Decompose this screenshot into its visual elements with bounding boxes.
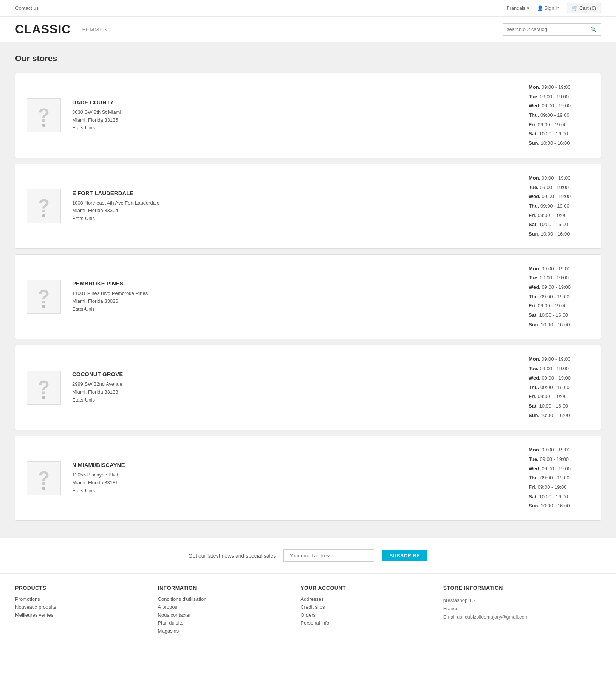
- store-info: COCONUT GROVE 2999 SW 32nd AvenueMiami, …: [72, 371, 517, 404]
- footer-link[interactable]: Magasins: [158, 628, 289, 634]
- store-hours-row: Mon. 09:00 - 19:00: [529, 445, 589, 455]
- header: CLASSIC FEMMES 🔍: [0, 17, 616, 42]
- language-selector[interactable]: Français ▾: [506, 5, 529, 11]
- time-value: 09:00 - 19:00: [542, 284, 571, 290]
- day-label: Thu.: [529, 112, 539, 118]
- footer-information-col: INFORMATION Conditions d'utilisationA pr…: [158, 585, 289, 636]
- footer-link[interactable]: A propos: [158, 604, 289, 610]
- store-hours-row: Tue. 09:00 - 19:00: [529, 273, 589, 283]
- store-address: 2999 SW 32nd AvenueMiami, Florida 33133É…: [72, 380, 517, 404]
- newsletter-text: Get our latest news and special sales: [189, 553, 276, 559]
- newsletter-email-input[interactable]: [283, 549, 374, 562]
- footer-link[interactable]: Credit slips: [300, 604, 432, 610]
- store-info: N MIAMI/BISCAYNE 12055 Biscayne BlvdMiam…: [72, 462, 517, 495]
- footer-store-info: prestashop 1.7FranceEmail us: cubizolles…: [443, 596, 601, 621]
- day-label: Mon.: [529, 447, 540, 453]
- time-value: 09:00 - 19:00: [538, 394, 567, 399]
- day-label: Thu.: [529, 475, 539, 481]
- store-hours-row: Fri. 09:00 - 19:00: [529, 483, 589, 492]
- day-label: Fri.: [529, 484, 536, 490]
- newsletter-section: Get our latest news and special sales SU…: [0, 538, 616, 573]
- footer-products-links: PromotionsNouveaux produitsMeilleures ve…: [15, 596, 147, 618]
- store-info: PEMBROKE PINES 11001 Pines Blvd Pembroke…: [72, 280, 517, 313]
- search-button[interactable]: 🔍: [587, 24, 601, 35]
- time-value: 09:00 - 19:00: [538, 212, 567, 218]
- store-address: 11001 Pines Blvd Pembroke PinesMiami, Fl…: [72, 290, 517, 313]
- search-icon: 🔍: [590, 26, 597, 33]
- store-hours-row: Fri. 09:00 - 19:00: [529, 120, 589, 130]
- store-hours-row: Thu. 09:00 - 19:00: [529, 473, 589, 483]
- footer-grid: PRODUCTS PromotionsNouveaux produitsMeil…: [15, 585, 601, 636]
- signin-link[interactable]: 👤 Sign in: [537, 5, 559, 11]
- store-hours-row: Mon. 09:00 - 19:00: [529, 355, 589, 364]
- footer-link[interactable]: Addresses: [300, 596, 432, 602]
- store-name: COCONUT GROVE: [72, 371, 517, 377]
- store-hours-row: Sat. 10:00 - 16:00: [529, 492, 589, 502]
- store-hours-row: Sat. 10:00 - 16:00: [529, 129, 589, 139]
- newsletter-subscribe-button[interactable]: SUBSCRIBE: [382, 550, 427, 561]
- store-hours: Mon. 09:00 - 19:00Tue. 09:00 - 19:00Wed.…: [529, 264, 589, 330]
- time-value: 09:00 - 19:00: [542, 84, 571, 90]
- time-value: 09:00 - 19:00: [538, 303, 567, 309]
- footer-account-col: YOUR ACCOUNT AddressesCredit slipsOrders…: [300, 585, 432, 636]
- store-image-placeholder: ?: [27, 189, 61, 223]
- time-value: 09:00 - 19:00: [542, 103, 571, 109]
- footer-link[interactable]: Promotions: [15, 596, 147, 602]
- time-value: 09:00 - 19:00: [538, 484, 567, 490]
- store-card: ? COCONUT GROVE 2999 SW 32nd AvenueMiami…: [15, 345, 601, 430]
- day-label: Sun.: [529, 140, 539, 146]
- store-hours-row: Thu. 09:00 - 19:00: [529, 383, 589, 392]
- time-value: 10:00 - 16:00: [541, 231, 570, 237]
- store-name: E FORT LAUDERDALE: [72, 190, 517, 196]
- store-hours-row: Sat. 10:00 - 16:00: [529, 402, 589, 411]
- footer-link[interactable]: Personal info: [300, 620, 432, 626]
- time-value: 10:00 - 16:00: [539, 131, 568, 136]
- footer-link[interactable]: Orders: [300, 612, 432, 618]
- footer-link[interactable]: Meilleures ventes: [15, 612, 147, 618]
- day-label: Tue.: [529, 275, 539, 281]
- store-hours-row: Tue. 09:00 - 19:00: [529, 364, 589, 374]
- search-input[interactable]: [503, 24, 587, 35]
- day-label: Tue.: [529, 185, 539, 190]
- store-info: DADE COUNTY 3030 SW 8th St MiamiMiami, F…: [72, 99, 517, 132]
- store-hours-row: Mon. 09:00 - 19:00: [529, 174, 589, 183]
- store-hours: Mon. 09:00 - 19:00Tue. 09:00 - 19:00Wed.…: [529, 83, 589, 148]
- top-bar-right: Français ▾ 👤 Sign in 🛒 Cart (0): [506, 3, 601, 13]
- footer-link[interactable]: Plan du site: [158, 620, 289, 626]
- nav-femmes[interactable]: FEMMES: [82, 26, 107, 33]
- time-value: 09:00 - 19:00: [540, 275, 569, 281]
- day-label: Fri.: [529, 394, 536, 399]
- footer-link[interactable]: Nous contacter: [158, 612, 289, 618]
- person-icon: 👤: [537, 5, 545, 11]
- logo[interactable]: CLASSIC: [15, 22, 71, 36]
- footer-link[interactable]: Conditions d'utilisation: [158, 596, 289, 602]
- cart-icon: 🛒: [572, 5, 579, 11]
- store-hours-row: Thu. 09:00 - 19:00: [529, 292, 589, 302]
- store-hours-row: Tue. 09:00 - 19:00: [529, 183, 589, 192]
- cart-button[interactable]: 🛒 Cart (0): [567, 3, 601, 13]
- store-hours: Mon. 09:00 - 19:00Tue. 09:00 - 19:00Wed.…: [529, 174, 589, 239]
- time-value: 09:00 - 19:00: [540, 294, 570, 299]
- store-hours-row: Wed. 09:00 - 19:00: [529, 374, 589, 383]
- day-label: Sat.: [529, 222, 538, 227]
- header-left: CLASSIC FEMMES: [15, 22, 107, 36]
- time-value: 10:00 - 16:00: [541, 503, 570, 509]
- store-hours-row: Tue. 09:00 - 19:00: [529, 455, 589, 464]
- store-image-placeholder: ?: [27, 461, 61, 495]
- store-hours-row: Tue. 09:00 - 19:00: [529, 92, 589, 102]
- time-value: 10:00 - 16:00: [539, 494, 568, 499]
- footer-account-title: YOUR ACCOUNT: [300, 585, 432, 591]
- footer-link[interactable]: Nouveaux produits: [15, 604, 147, 610]
- footer-information-title: INFORMATION: [158, 585, 289, 591]
- day-label: Sun.: [529, 322, 539, 327]
- store-image-placeholder: ?: [27, 280, 61, 314]
- day-label: Fri.: [529, 212, 536, 218]
- contact-us-link[interactable]: Contact us: [15, 5, 39, 11]
- time-value: 09:00 - 19:00: [538, 122, 567, 127]
- store-hours-row: Fri. 09:00 - 19:00: [529, 392, 589, 402]
- time-value: 09:00 - 19:00: [540, 94, 569, 99]
- day-label: Sat.: [529, 131, 538, 136]
- store-hours: Mon. 09:00 - 19:00Tue. 09:00 - 19:00Wed.…: [529, 445, 589, 511]
- time-value: 10:00 - 16:00: [539, 312, 568, 318]
- day-label: Sat.: [529, 403, 538, 409]
